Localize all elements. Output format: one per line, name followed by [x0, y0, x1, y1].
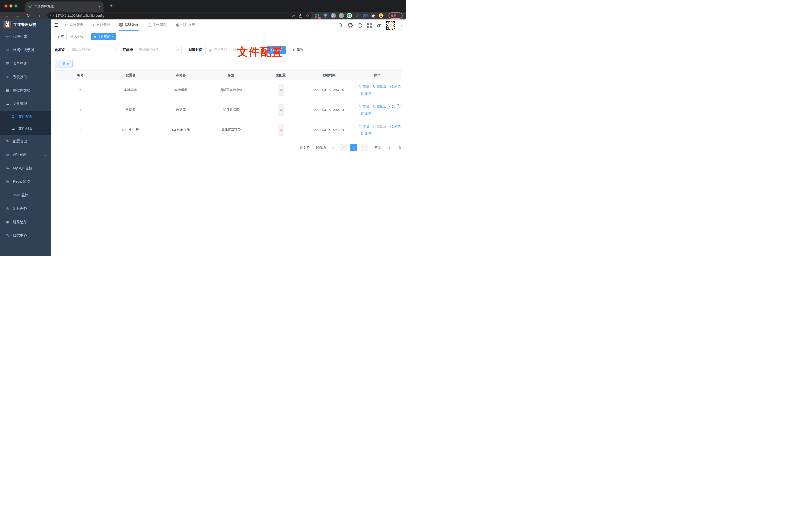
- topnav-workflow[interactable]: 工作流程: [148, 20, 167, 31]
- sidebar-item-scheduled-tasks[interactable]: ◷ 定时任务: [0, 202, 51, 215]
- master-config-link[interactable]: 主配置: [373, 84, 386, 89]
- search-icon[interactable]: [339, 23, 343, 27]
- sidebar-item-form-builder[interactable]: ▤ 表单构建: [0, 57, 51, 70]
- page-size-select[interactable]: 10条/页: [313, 144, 337, 151]
- create-time-label: 创建时间: [188, 48, 203, 52]
- extension-eye-icon[interactable]: [362, 13, 368, 18]
- reload-icon[interactable]: ↻: [25, 12, 31, 19]
- tag-file-config[interactable]: 文件配置 ×: [91, 33, 116, 40]
- extension-puzzle-icon[interactable]: [371, 13, 376, 18]
- topnav-label: 工作流程: [153, 23, 167, 27]
- table-search-button[interactable]: [384, 102, 392, 109]
- sidebar-item-code-gen[interactable]: </> 代码生成: [0, 30, 51, 43]
- cell-name: 本地磁盘: [106, 80, 155, 100]
- chevron-down-icon: ⌄: [45, 153, 47, 156]
- extension-star-icon[interactable]: ☆: [355, 13, 360, 18]
- sidebar-item-file-config[interactable]: ⚙ 文件配置: [0, 111, 51, 123]
- github-icon[interactable]: [348, 23, 353, 28]
- close-icon[interactable]: ×: [112, 35, 113, 38]
- add-button[interactable]: + 新增: [55, 60, 72, 68]
- forward-icon[interactable]: →: [14, 12, 21, 19]
- sidebar-item-label: 文件管理: [13, 102, 27, 106]
- test-link[interactable]: 测试: [390, 124, 401, 129]
- collapse-sidebar-icon[interactable]: ☰: [54, 23, 58, 28]
- tag-home[interactable]: 首页: [55, 33, 66, 40]
- sidebar-item-api-log[interactable]: ✍ API 日志 ⌄: [0, 148, 51, 161]
- password-key-icon[interactable]: [291, 14, 295, 18]
- document-edit-icon: ✎: [5, 233, 10, 238]
- sidebar-item-trace[interactable]: ◉ 链路追踪: [0, 215, 51, 229]
- minimize-window-button[interactable]: [9, 4, 12, 7]
- test-link[interactable]: 测试: [390, 84, 401, 89]
- storage-select[interactable]: 请选择存储器: [136, 46, 181, 54]
- extension-y-icon[interactable]: y: [347, 13, 352, 18]
- sidebar-item-mysql-monitor[interactable]: ∿ MySQL 监控: [0, 161, 51, 175]
- extension-emoji-icon[interactable]: [379, 13, 384, 18]
- sidebar-item-redis-monitor[interactable]: ≣ Redis 监控: [0, 175, 51, 188]
- close-window-button[interactable]: [4, 4, 7, 7]
- site-info-icon[interactable]: ⓘ: [50, 13, 54, 18]
- tab-close-icon[interactable]: ×: [98, 5, 100, 8]
- sidebar-item-log-center[interactable]: ✎ 日志中心: [0, 229, 51, 242]
- topnav-infrastructure[interactable]: 基础设施: [119, 20, 139, 31]
- table-refresh-button[interactable]: ⟳: [395, 102, 402, 109]
- extension-gem-icon[interactable]: [323, 13, 328, 18]
- tag-profile[interactable]: 个人中心 ×: [68, 33, 89, 40]
- screen: 芋道管理系统 × + ← → ↻ ⌂ ⓘ 127.0.0.1:1024/infr…: [0, 0, 406, 256]
- gear-icon: ⚙: [65, 23, 68, 27]
- address-bar[interactable]: ⓘ 127.0.0.1:1024/infra/file/file-config …: [48, 12, 312, 19]
- next-page-button[interactable]: ›: [360, 144, 368, 151]
- bookmark-star-icon[interactable]: ☆: [306, 13, 309, 18]
- home-icon[interactable]: ⌂: [35, 12, 42, 19]
- sidebar-item-system-api[interactable]: ≡ 系统接口: [0, 70, 51, 84]
- topnav-payment-management[interactable]: ¥ 支付管理: [92, 20, 110, 31]
- edit-link[interactable]: ✎修改: [359, 124, 369, 129]
- share-icon[interactable]: [299, 14, 302, 18]
- zoom-window-button[interactable]: [14, 4, 18, 7]
- traffic-lights: [4, 4, 18, 7]
- browser-menu-icon[interactable]: ⋮: [398, 14, 401, 18]
- font-size-icon[interactable]: ᴛT: [377, 23, 381, 27]
- browser-tabstrip: 芋道管理系统 × +: [0, 0, 406, 12]
- edit-link[interactable]: ✎修改: [359, 84, 369, 89]
- goto-page-input[interactable]: [384, 144, 395, 151]
- fullscreen-icon[interactable]: [367, 23, 372, 28]
- extension-command-icon[interactable]: ⌘: [331, 13, 336, 18]
- sidebar-item-file-management[interactable]: ☁ 文件管理 ⌃: [0, 97, 51, 111]
- sidebar-item-config-management[interactable]: ✎ 配置管理: [0, 134, 51, 148]
- col-actions: 操作: [353, 70, 402, 80]
- sidebar-item-label: Redis 监控: [13, 179, 30, 184]
- extension-wallet-icon[interactable]: 11: [315, 13, 320, 18]
- tag-label: 文件配置: [98, 35, 110, 39]
- delete-link[interactable]: 删除: [361, 91, 371, 96]
- help-icon[interactable]: ?: [358, 23, 362, 28]
- file-management-submenu: ⚙ 文件配置 ☁ 文件列表: [0, 111, 51, 134]
- reset-button-label: 重置: [297, 48, 303, 52]
- edit-link[interactable]: ✎修改: [359, 104, 369, 109]
- master-config-link[interactable]: 主配置: [373, 104, 386, 109]
- briefcase-icon: [148, 23, 151, 27]
- delete-link[interactable]: 删除: [361, 111, 371, 116]
- topnav-system-management[interactable]: ⚙ 系统管理: [65, 20, 84, 31]
- master-config-link-disabled: 主配置: [373, 124, 386, 129]
- delete-link[interactable]: 删除: [361, 131, 371, 135]
- close-icon[interactable]: ×: [85, 35, 87, 38]
- avatar-caret-icon[interactable]: ▼: [401, 24, 403, 27]
- sidebar-item-label: 链路追踪: [13, 220, 27, 224]
- topnav-statistics[interactable]: 统计报表: [176, 20, 195, 31]
- prev-page-button[interactable]: ‹: [340, 144, 347, 151]
- reset-button[interactable]: ↻ 重置: [289, 46, 307, 54]
- browser-tab[interactable]: 芋道管理系统 ×: [25, 1, 104, 12]
- browser-update-button[interactable]: 更新 ⋮: [388, 12, 403, 19]
- sidebar-item-file-list[interactable]: ☁ 文件列表: [0, 123, 51, 134]
- extension-dot-icon[interactable]: [339, 13, 344, 18]
- config-name-input[interactable]: 请输入配置名: [68, 46, 115, 54]
- sidebar-item-code-gen-example[interactable]: ☑ 代码生成示例: [0, 43, 51, 57]
- current-page-button[interactable]: 1: [350, 144, 357, 151]
- browser-toolbar: ← → ↻ ⌂ ⓘ 127.0.0.1:1024/infra/file/file…: [0, 12, 406, 20]
- back-icon[interactable]: ←: [3, 12, 10, 19]
- avatar[interactable]: [385, 21, 396, 30]
- new-tab-button[interactable]: +: [108, 3, 114, 9]
- sidebar-item-db-doc[interactable]: ▦ 数据库文档: [0, 84, 51, 97]
- sidebar-item-java-monitor[interactable]: ▭ Java 监控: [0, 188, 51, 202]
